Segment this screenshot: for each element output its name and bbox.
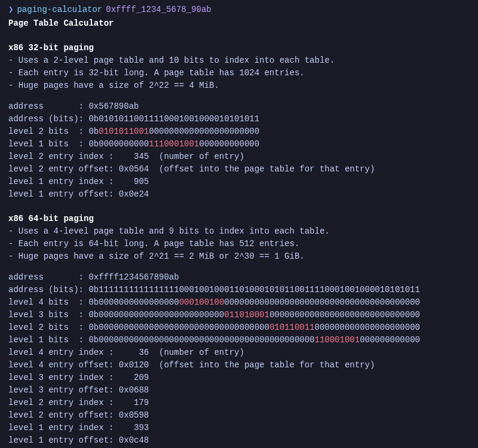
label: address (bits): [8, 114, 84, 124]
command-name: paging-calculator [17, 4, 102, 16]
x86-32-l1-offset: level 1 entry offset: 0x0e24 [8, 188, 470, 201]
label: level 3 entry offset: [8, 385, 114, 395]
value: 905 [114, 177, 149, 186]
pre: 0b0000000000 [84, 139, 149, 149]
post: 000000000000 [360, 335, 420, 345]
label: level 2 entry offset: [8, 164, 114, 174]
post: 0000000000000000000000 [149, 127, 259, 136]
x86-32-bullet-2: - Each entry is 32-bit long. A page tabl… [8, 67, 470, 79]
value: 209 [114, 373, 149, 382]
comment: (offset into the page table for that ent… [149, 360, 375, 370]
x86-32-address-bits: address (bits): 0b0101011001111000100100… [8, 113, 470, 125]
x86-64-header: x86 64-bit paging [8, 213, 470, 225]
x86-32-address: address : 0x567890ab [8, 100, 470, 113]
comment: (offset into the page table for that ent… [149, 164, 375, 174]
label: level 4 entry offset: [8, 360, 114, 370]
label: level 2 entry index : [8, 398, 114, 407]
label: level 1 bits : [8, 139, 84, 149]
pre: 0b0000000000000000 [84, 297, 179, 307]
post: 000000000000 [199, 139, 259, 149]
label: level 2 bits : [8, 323, 84, 332]
value: 179 [114, 398, 149, 407]
prompt-line: ❯ paging-calculator 0xffff_1234_5678_90a… [8, 4, 470, 16]
value: 0b01010110011110001001000010101011 [84, 114, 259, 124]
x86-64-l1-index: level 1 entry index : 393 [8, 422, 470, 434]
page-title: Page Table Calculator [8, 17, 470, 30]
bits-hl: 011010001 [224, 310, 269, 320]
label: level 1 entry offset: [8, 189, 114, 199]
bits-hl: 010110011 [269, 323, 315, 332]
x86-64-level4-bits: level 4 bits : 0b00000000000000000001001… [8, 296, 470, 309]
post: 000000000000000000000000000000 [269, 310, 420, 320]
value: 393 [114, 423, 149, 432]
pre: 0b [84, 127, 99, 136]
label: level 1 entry index : [8, 177, 114, 186]
x86-32-l1-index: level 1 entry index : 905 [8, 176, 470, 188]
value: 36 [114, 348, 149, 357]
value: 0x0688 [114, 385, 149, 395]
x86-64-level3-bits: level 3 bits : 0b00000000000000000000000… [8, 309, 470, 321]
label: level 1 entry index : [8, 423, 114, 432]
label: level 4 bits : [8, 297, 84, 307]
pre: 0b0000000000000000000000000000000000 [84, 323, 269, 332]
x86-64-l2-index: level 2 entry index : 179 [8, 397, 470, 409]
x86-64-bullet-1: - Uses a 4-level page table and 9 bits t… [8, 225, 470, 238]
x86-64-level2-bits: level 2 bits : 0b00000000000000000000000… [8, 321, 470, 334]
label: address : [8, 102, 84, 111]
x86-64-level1-bits: level 1 bits : 0b00000000000000000000000… [8, 334, 470, 346]
label: level 3 bits : [8, 310, 84, 320]
value: 0b11111111111111110001001000110100010101… [84, 285, 420, 294]
bits-hl: 110001001 [315, 335, 360, 345]
x86-64-address: address : 0xffff1234567890ab [8, 271, 470, 284]
x86-64-l3-index: level 3 entry index : 209 [8, 372, 470, 384]
x86-64-l4-offset: level 4 entry offset: 0x0120 (offset int… [8, 359, 470, 372]
value: 0xffff1234567890ab [84, 272, 179, 282]
x86-64-address-bits: address (bits): 0b1111111111111111000100… [8, 284, 470, 296]
x86-32-bullet-1: - Uses a 2-level page table and 10 bits … [8, 54, 470, 67]
bits-hl: 0101011001 [99, 127, 149, 136]
pre: 0b00000000000000000000000000000000000000… [84, 335, 314, 345]
x86-32-header: x86 32-bit paging [8, 42, 470, 54]
label: level 3 entry index : [8, 373, 114, 382]
value: 0x0120 [114, 360, 149, 370]
comment: (number of entry) [149, 348, 244, 357]
bits-hl: 1110001001 [149, 139, 199, 149]
label: level 2 bits : [8, 127, 84, 136]
pre: 0b0000000000000000000000000 [84, 310, 224, 320]
comment: (number of entry) [149, 152, 244, 161]
x86-64-l2-offset: level 2 entry offset: 0x0598 [8, 409, 470, 422]
x86-32-l2-index: level 2 entry index : 345 (number of ent… [8, 151, 470, 163]
x86-32-level1-bits: level 1 bits : 0b00000000001110001001000… [8, 138, 470, 151]
value: 0x0564 [114, 164, 149, 174]
value: 345 [114, 152, 149, 161]
x86-64-l3-offset: level 3 entry offset: 0x0688 [8, 384, 470, 397]
x86-64-bullet-2: - Each entry is 64-bit long. A page tabl… [8, 238, 470, 250]
label: level 2 entry offset: [8, 410, 114, 420]
prompt-arrow-icon: ❯ [8, 4, 13, 16]
label: level 1 entry offset: [8, 435, 114, 445]
x86-64-l1-offset: level 1 entry offset: 0x0c48 [8, 434, 470, 447]
value: 0x0e24 [114, 189, 149, 199]
x86-32-l2-offset: level 2 entry offset: 0x0564 (offset int… [8, 163, 470, 176]
label: level 1 bits : [8, 335, 84, 345]
x86-64-l4-index: level 4 entry index : 36 (number of entr… [8, 346, 470, 359]
label: level 4 entry index : [8, 348, 114, 357]
label: address : [8, 272, 84, 282]
post: 000000000000000000000000000000000000000 [224, 297, 420, 307]
value: 0x0598 [114, 410, 149, 420]
bits-hl: 000100100 [179, 297, 225, 307]
x86-32-bullet-3: - Huge pages have a size of 2^22 == 4 Mi… [8, 79, 470, 92]
x86-32-level2-bits: level 2 bits : 0b01010110010000000000000… [8, 125, 470, 138]
command-arg: 0xffff_1234_5678_90ab [106, 4, 211, 16]
x86-64-bullet-3: - Huge pages have a size of 2^21 == 2 Mi… [8, 250, 470, 263]
label: level 2 entry index : [8, 152, 114, 161]
value: 0x0c48 [114, 435, 149, 445]
label: address (bits): [8, 285, 84, 294]
value: 0x567890ab [84, 102, 139, 111]
post: 000000000000000000000 [315, 323, 420, 332]
